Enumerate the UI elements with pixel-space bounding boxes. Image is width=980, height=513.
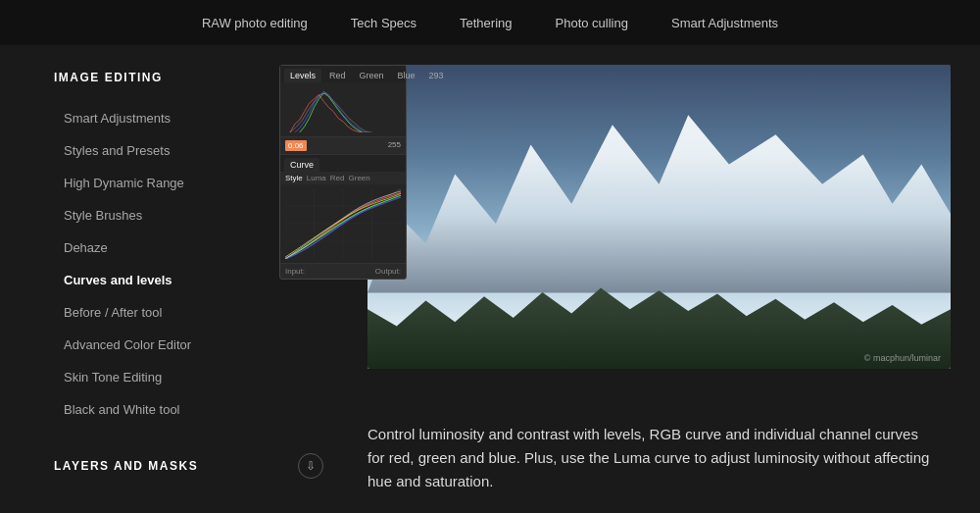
nav-photo-culling[interactable]: Photo culling [534, 0, 650, 45]
main-photo: © macphun/luminar [368, 65, 951, 369]
curve-io-row: Input: Output: [280, 263, 406, 279]
curve-svg [285, 188, 401, 259]
layers-masks-header: LAYERS AND MASKS ⇩ [0, 445, 353, 487]
nav-smart-adjustments[interactable]: Smart Adjustments [650, 0, 800, 45]
curve-output-label: Output: [375, 267, 401, 276]
curve-channels: Style Luma Red Green [280, 172, 406, 184]
red-tab[interactable]: Red [323, 69, 352, 82]
nav-tech-specs[interactable]: Tech Specs [329, 0, 438, 45]
layers-masks-toggle[interactable]: ⇩ [298, 453, 323, 479]
value-tab: 293 [423, 69, 450, 82]
sidebar-item-before-after[interactable]: Before / After tool [0, 296, 353, 329]
nav-tethering[interactable]: Tethering [438, 0, 533, 45]
nav-raw-editing[interactable]: RAW photo editing [180, 0, 329, 45]
curve-tab[interactable]: Curve [284, 158, 319, 172]
floating-panel: Levels Red Green Blue 293 [279, 65, 407, 280]
curve-style-channel[interactable]: Style [285, 174, 303, 182]
content-area: © macphun/luminar Levels Red Green Blue … [353, 45, 980, 513]
sidebar-item-skin-tone[interactable]: Skin Tone Editing [0, 361, 353, 393]
curve-red-channel[interactable]: Red [330, 174, 345, 182]
image-editing-title: IMAGE EDITING [54, 71, 163, 84]
output-value: 255 [388, 140, 401, 151]
curve-section: Curve Style Luma Red Green [280, 154, 406, 279]
curve-area [280, 184, 406, 263]
image-panel-container: © macphun/luminar Levels Red Green Blue … [368, 65, 951, 407]
layers-masks-title: LAYERS AND MASKS [54, 459, 198, 473]
levels-io-row: 0.06 255 [280, 136, 406, 154]
main-nav: RAW photo editing Tech Specs Tethering P… [0, 0, 980, 45]
sidebar-item-advanced-color[interactable]: Advanced Color Editor [0, 329, 353, 361]
curve-tab-bar: Curve [280, 155, 406, 172]
feature-description: Control luminosity and contrast with lev… [368, 423, 936, 493]
histogram-svg [285, 86, 401, 132]
curve-green-channel[interactable]: Green [349, 174, 370, 182]
blue-tab[interactable]: Blue [392, 69, 421, 82]
mountain-scene [368, 65, 951, 369]
levels-tab-bar: Levels Red Green Blue 293 [280, 66, 406, 82]
main-layout: IMAGE EDITING ⇧ Smart Adjustments Styles… [0, 45, 980, 513]
input-value-box[interactable]: 0.06 [285, 140, 307, 151]
watermark: © macphun/luminar [864, 353, 941, 363]
green-tab[interactable]: Green [354, 69, 390, 82]
histogram-area [280, 82, 406, 136]
curve-luma-channel[interactable]: Luma [307, 174, 326, 182]
curve-input-label: Input: [285, 267, 305, 276]
sidebar-item-black-white[interactable]: Black and White tool [0, 393, 353, 426]
levels-tab[interactable]: Levels [284, 69, 321, 82]
